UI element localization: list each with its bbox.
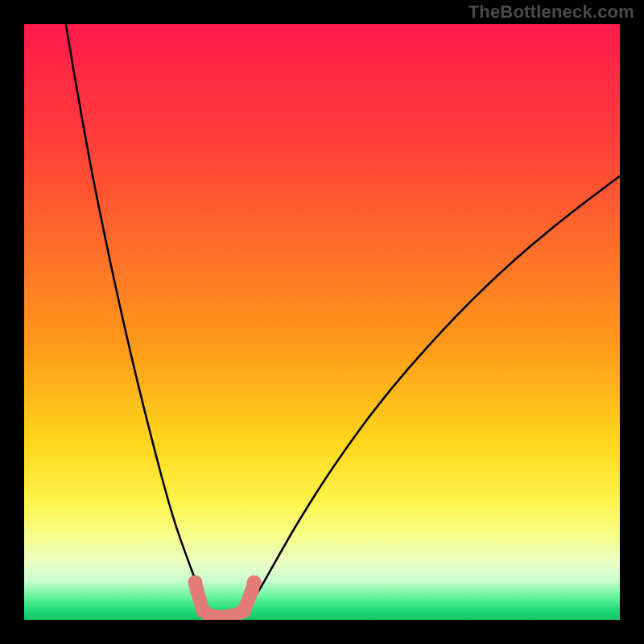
valley-dot xyxy=(190,583,204,597)
chart-frame: TheBottleneck.com xyxy=(0,0,644,644)
plot-background xyxy=(24,24,620,620)
valley-dot xyxy=(247,575,262,589)
valley-dot xyxy=(237,604,251,618)
bottleneck-chart xyxy=(0,0,644,644)
watermark-text: TheBottleneck.com xyxy=(469,2,634,23)
